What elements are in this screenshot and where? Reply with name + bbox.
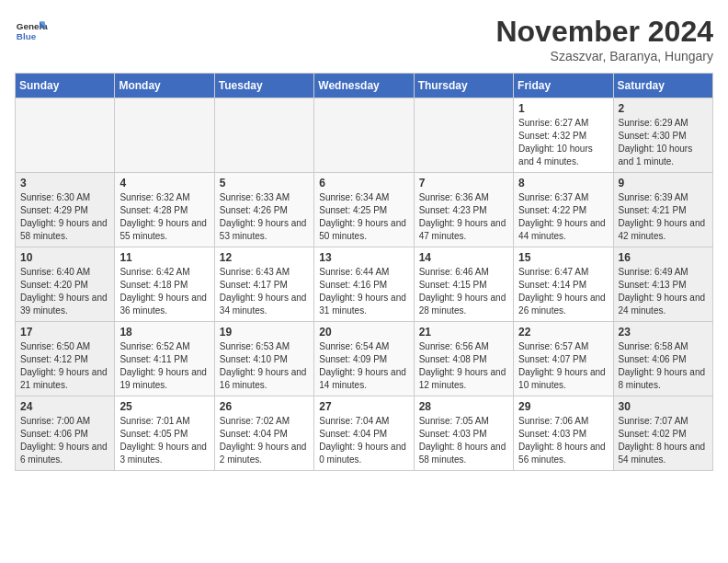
day-info: Sunrise: 6:33 AMSunset: 4:26 PMDaylight:… xyxy=(220,191,309,243)
day-info: Sunrise: 6:39 AMSunset: 4:21 PMDaylight:… xyxy=(619,191,708,243)
day-header-monday: Monday xyxy=(115,74,214,98)
day-number: 5 xyxy=(220,177,309,190)
day-info: Sunrise: 6:56 AMSunset: 4:08 PMDaylight:… xyxy=(419,340,508,392)
day-info: Sunrise: 7:06 AMSunset: 4:03 PMDaylight:… xyxy=(518,415,608,466)
day-number: 3 xyxy=(20,177,109,190)
day-info: Sunrise: 6:27 AMSunset: 4:32 PMDaylight:… xyxy=(518,117,608,168)
day-number: 25 xyxy=(119,400,209,413)
day-info: Sunrise: 6:49 AMSunset: 4:13 PMDaylight:… xyxy=(619,266,708,317)
day-header-thursday: Thursday xyxy=(414,74,513,98)
day-info: Sunrise: 6:34 AMSunset: 4:25 PMDaylight:… xyxy=(319,191,408,243)
week-row-5: 24Sunrise: 7:00 AMSunset: 4:06 PMDayligh… xyxy=(16,396,713,471)
day-number: 10 xyxy=(20,251,109,264)
calendar-cell: 8Sunrise: 6:37 AMSunset: 4:22 PMDaylight… xyxy=(514,173,613,247)
svg-text:Blue: Blue xyxy=(17,31,37,41)
page-header: General Blue November 2024 Szaszvar, Bar… xyxy=(15,15,713,63)
calendar-cell: 7Sunrise: 6:36 AMSunset: 4:23 PMDaylight… xyxy=(414,173,513,247)
day-info: Sunrise: 6:36 AMSunset: 4:23 PMDaylight:… xyxy=(419,191,508,243)
calendar-cell: 4Sunrise: 6:32 AMSunset: 4:28 PMDaylight… xyxy=(115,173,214,247)
week-row-2: 3Sunrise: 6:30 AMSunset: 4:29 PMDaylight… xyxy=(16,173,713,247)
day-info: Sunrise: 7:02 AMSunset: 4:04 PMDaylight:… xyxy=(220,415,309,466)
day-info: Sunrise: 7:04 AMSunset: 4:04 PMDaylight:… xyxy=(319,415,408,466)
day-info: Sunrise: 7:00 AMSunset: 4:06 PMDaylight:… xyxy=(20,415,109,466)
day-number: 2 xyxy=(619,102,708,115)
day-header-sunday: Sunday xyxy=(16,74,115,98)
day-number: 1 xyxy=(518,102,608,115)
day-info: Sunrise: 7:07 AMSunset: 4:02 PMDaylight:… xyxy=(619,415,708,466)
calendar-cell xyxy=(314,98,414,173)
day-info: Sunrise: 6:44 AMSunset: 4:16 PMDaylight:… xyxy=(319,266,408,317)
calendar-cell: 18Sunrise: 6:52 AMSunset: 4:11 PMDayligh… xyxy=(115,322,214,396)
day-header-friday: Friday xyxy=(514,74,613,98)
day-info: Sunrise: 6:43 AMSunset: 4:17 PMDaylight:… xyxy=(220,266,309,317)
day-number: 21 xyxy=(419,326,508,339)
day-info: Sunrise: 7:05 AMSunset: 4:03 PMDaylight:… xyxy=(419,415,508,466)
day-info: Sunrise: 6:58 AMSunset: 4:06 PMDaylight:… xyxy=(619,340,708,392)
day-number: 9 xyxy=(619,177,708,190)
day-info: Sunrise: 6:29 AMSunset: 4:30 PMDaylight:… xyxy=(619,117,708,168)
day-number: 4 xyxy=(119,177,209,190)
day-number: 17 xyxy=(20,326,109,339)
calendar-cell: 19Sunrise: 6:53 AMSunset: 4:10 PMDayligh… xyxy=(214,322,313,396)
day-number: 7 xyxy=(419,177,508,190)
day-number: 29 xyxy=(518,400,608,413)
day-header-tuesday: Tuesday xyxy=(214,74,313,98)
calendar-cell: 21Sunrise: 6:56 AMSunset: 4:08 PMDayligh… xyxy=(414,322,513,396)
day-number: 30 xyxy=(619,400,708,413)
calendar-cell: 9Sunrise: 6:39 AMSunset: 4:21 PMDaylight… xyxy=(613,173,712,247)
day-info: Sunrise: 6:32 AMSunset: 4:28 PMDaylight:… xyxy=(119,191,209,243)
calendar-cell: 29Sunrise: 7:06 AMSunset: 4:03 PMDayligh… xyxy=(514,396,613,471)
day-number: 23 xyxy=(619,326,708,339)
calendar-header-row: SundayMondayTuesdayWednesdayThursdayFrid… xyxy=(16,74,713,98)
day-info: Sunrise: 6:53 AMSunset: 4:10 PMDaylight:… xyxy=(220,340,309,392)
calendar-cell: 27Sunrise: 7:04 AMSunset: 4:04 PMDayligh… xyxy=(314,396,414,471)
day-info: Sunrise: 6:54 AMSunset: 4:09 PMDaylight:… xyxy=(319,340,408,392)
title-block: November 2024 Szaszvar, Baranya, Hungary xyxy=(495,15,713,63)
week-row-4: 17Sunrise: 6:50 AMSunset: 4:12 PMDayligh… xyxy=(16,322,713,396)
logo-icon: General Blue xyxy=(15,15,48,48)
day-number: 12 xyxy=(220,251,309,264)
day-info: Sunrise: 6:57 AMSunset: 4:07 PMDaylight:… xyxy=(518,340,608,392)
day-number: 15 xyxy=(518,251,608,264)
day-header-saturday: Saturday xyxy=(613,74,712,98)
calendar-cell xyxy=(115,98,214,173)
calendar-cell: 10Sunrise: 6:40 AMSunset: 4:20 PMDayligh… xyxy=(16,247,115,322)
calendar-cell: 6Sunrise: 6:34 AMSunset: 4:25 PMDaylight… xyxy=(314,173,414,247)
day-number: 18 xyxy=(119,326,209,339)
day-info: Sunrise: 6:47 AMSunset: 4:14 PMDaylight:… xyxy=(518,266,608,317)
calendar-cell: 2Sunrise: 6:29 AMSunset: 4:30 PMDaylight… xyxy=(613,98,712,173)
day-number: 27 xyxy=(319,400,408,413)
day-header-wednesday: Wednesday xyxy=(314,74,414,98)
calendar-cell xyxy=(16,98,115,173)
day-number: 28 xyxy=(419,400,508,413)
day-number: 20 xyxy=(319,326,408,339)
calendar-cell: 25Sunrise: 7:01 AMSunset: 4:05 PMDayligh… xyxy=(115,396,214,471)
calendar-cell: 5Sunrise: 6:33 AMSunset: 4:26 PMDaylight… xyxy=(214,173,313,247)
day-number: 11 xyxy=(119,251,209,264)
day-number: 14 xyxy=(419,251,508,264)
day-info: Sunrise: 6:50 AMSunset: 4:12 PMDaylight:… xyxy=(20,340,109,392)
day-number: 19 xyxy=(220,326,309,339)
calendar-cell: 26Sunrise: 7:02 AMSunset: 4:04 PMDayligh… xyxy=(214,396,313,471)
week-row-3: 10Sunrise: 6:40 AMSunset: 4:20 PMDayligh… xyxy=(16,247,713,322)
day-number: 13 xyxy=(319,251,408,264)
location: Szaszvar, Baranya, Hungary xyxy=(495,49,713,63)
calendar-cell: 14Sunrise: 6:46 AMSunset: 4:15 PMDayligh… xyxy=(414,247,513,322)
calendar-cell: 28Sunrise: 7:05 AMSunset: 4:03 PMDayligh… xyxy=(414,396,513,471)
day-number: 24 xyxy=(20,400,109,413)
calendar-cell: 12Sunrise: 6:43 AMSunset: 4:17 PMDayligh… xyxy=(214,247,313,322)
day-number: 22 xyxy=(518,326,608,339)
calendar-cell xyxy=(214,98,313,173)
month-year: November 2024 xyxy=(495,15,713,49)
day-number: 26 xyxy=(220,400,309,413)
day-number: 6 xyxy=(319,177,408,190)
day-info: Sunrise: 6:30 AMSunset: 4:29 PMDaylight:… xyxy=(20,191,109,243)
day-info: Sunrise: 6:42 AMSunset: 4:18 PMDaylight:… xyxy=(119,266,209,317)
day-number: 8 xyxy=(518,177,608,190)
week-row-1: 1Sunrise: 6:27 AMSunset: 4:32 PMDaylight… xyxy=(16,98,713,173)
calendar-cell: 11Sunrise: 6:42 AMSunset: 4:18 PMDayligh… xyxy=(115,247,214,322)
calendar-table: SundayMondayTuesdayWednesdayThursdayFrid… xyxy=(15,73,713,471)
calendar-cell: 23Sunrise: 6:58 AMSunset: 4:06 PMDayligh… xyxy=(613,322,712,396)
day-info: Sunrise: 6:40 AMSunset: 4:20 PMDaylight:… xyxy=(20,266,109,317)
calendar-cell: 16Sunrise: 6:49 AMSunset: 4:13 PMDayligh… xyxy=(613,247,712,322)
